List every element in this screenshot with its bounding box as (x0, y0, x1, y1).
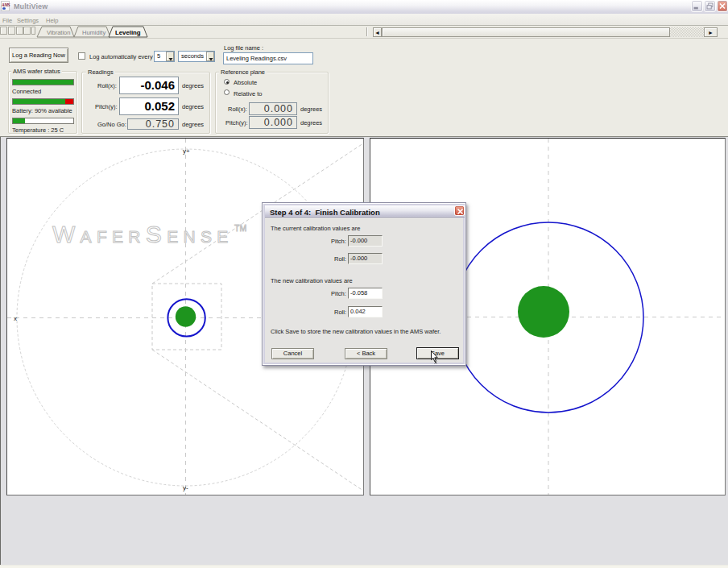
svg-text:y+: y+ (183, 147, 190, 155)
svg-text:y-: y- (183, 484, 188, 491)
svg-text:WaferSense: WaferSense (52, 221, 234, 247)
svg-text:Vibration: Vibration (47, 29, 70, 36)
svg-text:TM: TM (234, 223, 246, 233)
svg-text:x: x (14, 315, 17, 322)
svg-text:Leveling: Leveling (115, 29, 141, 36)
svg-text:Humidity: Humidity (82, 29, 105, 36)
